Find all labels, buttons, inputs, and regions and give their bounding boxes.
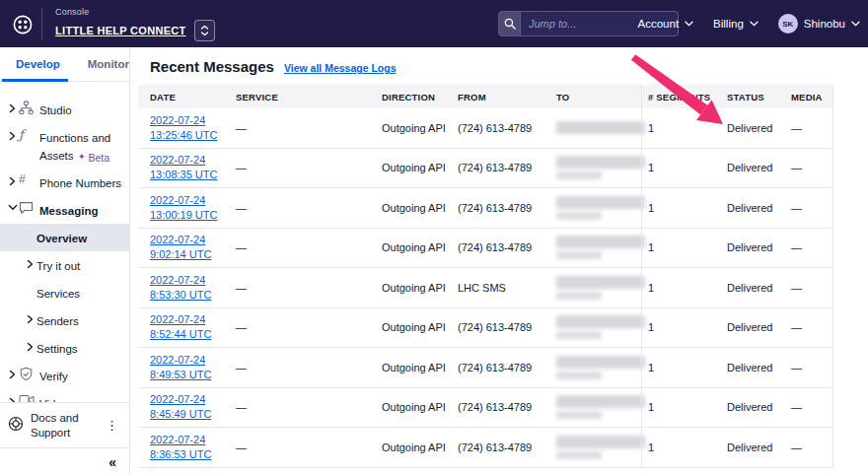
cell-service: — <box>234 282 380 294</box>
cell-status: Delivered <box>725 401 789 413</box>
message-time-link[interactable]: 8:45:49 UTC <box>150 407 234 422</box>
cell-segments: 1 <box>646 122 725 134</box>
message-date-link[interactable]: 2022-07-24 <box>150 193 234 208</box>
sidebar-item-verify[interactable]: Verify ✦ <box>0 362 129 389</box>
cell-media: — <box>789 122 833 134</box>
console-label: Console <box>55 7 215 17</box>
collapse-left-icon[interactable]: « <box>108 454 116 470</box>
redacted-phone-blur <box>556 436 646 459</box>
message-date-link[interactable]: 2022-07-24 <box>150 312 234 327</box>
cell-direction: Outgoing API <box>380 122 456 134</box>
table-header-row: DATE SERVICE DIRECTION FROM TO # SEGMENT… <box>138 85 832 108</box>
search-icon[interactable] <box>499 12 521 35</box>
table-row: 2022-07-24 9:02:14 UTC — Outgoing API (7… <box>138 229 832 269</box>
sidebar-item-messaging[interactable]: Messaging ✦ <box>0 196 129 224</box>
sidebar-item-video[interactable]: Video ✦ <box>0 389 129 402</box>
cell-service: — <box>234 401 380 413</box>
cell-service: — <box>234 241 380 253</box>
message-date-link[interactable]: 2022-07-24 <box>150 353 234 368</box>
sidebar-item-studio[interactable]: Studio ✦ <box>0 96 129 123</box>
column-header-from: FROM <box>456 92 554 102</box>
cell-media: — <box>789 441 833 453</box>
sidebar-item-label: Try it out <box>36 260 80 272</box>
user-name-label: Shinobu <box>804 18 845 30</box>
user-menu[interactable]: SK Shinobu <box>778 14 860 34</box>
help-ring-icon <box>8 416 24 436</box>
cell-service: — <box>234 321 380 333</box>
docs-and-support[interactable]: Docs and Support ⋮ <box>0 403 129 447</box>
message-time-link[interactable]: 8:53:30 UTC <box>150 288 234 303</box>
message-time-link[interactable]: 13:08:35 UTC <box>150 168 234 182</box>
cell-media: — <box>789 241 833 253</box>
message-time-link[interactable]: 8:49:53 UTC <box>150 368 234 382</box>
cell-status: Delivered <box>725 241 789 253</box>
verify-icon <box>19 367 39 381</box>
chevron-right-icon <box>24 259 36 269</box>
message-time-link[interactable]: 13:25:46 UTC <box>150 128 234 143</box>
console-page: Console LITTLE HELP CONNECT Account <box>0 0 868 475</box>
cell-segments: 1 <box>646 282 725 294</box>
message-date-link[interactable]: 2022-07-24 <box>150 273 234 288</box>
twilio-logo-icon[interactable] <box>8 12 37 37</box>
chevron-down-icon <box>851 21 860 27</box>
chevron-right-icon <box>24 314 36 324</box>
column-header-service: SERVICE <box>234 92 380 102</box>
sidebar-item-phone-numbers[interactable]: # Phone Numbers ✦ <box>0 169 129 196</box>
cell-from: (724) 613-4789 <box>456 241 554 253</box>
kebab-icon[interactable]: ⋮ <box>103 418 121 433</box>
table-row: 2022-07-24 8:36:53 UTC — Outgoing API (7… <box>138 428 832 468</box>
table-row: 2022-07-24 8:53:30 UTC — Outgoing API LH… <box>138 268 832 308</box>
cell-status: Delivered <box>725 321 789 333</box>
header-divider <box>41 8 42 39</box>
message-date-link[interactable]: 2022-07-24 <box>150 433 234 447</box>
message-time-link[interactable]: 8:36:53 UTC <box>150 447 234 462</box>
cell-to <box>554 156 646 179</box>
billing-menu[interactable]: Billing <box>713 18 759 30</box>
sidebar-item-try-it-out[interactable]: Try it out ✦ <box>0 251 129 279</box>
cell-from: (724) 613-4789 <box>456 321 554 333</box>
cell-from: (724) 613-4789 <box>456 441 554 453</box>
chevron-right-icon <box>6 131 19 141</box>
sidebar-item-label: Phone Numbers <box>39 177 121 189</box>
message-time-link[interactable]: 8:52:44 UTC <box>150 327 234 342</box>
tab-develop[interactable]: Develop <box>14 47 62 81</box>
sidebar-item-senders[interactable]: Senders ✦ <box>0 306 129 334</box>
column-header-date: DATE <box>138 92 234 102</box>
cell-service: — <box>234 162 380 173</box>
cell-status: Delivered <box>725 362 789 373</box>
account-menu[interactable]: Account <box>638 18 694 30</box>
account-switcher-button[interactable] <box>194 20 215 41</box>
sidebar-item-settings[interactable]: Settings ✦ <box>0 334 129 362</box>
cell-segments: 1 <box>646 162 725 173</box>
sidebar-item-functions-assets[interactable]: ƒ Functions and Assets ✦ Beta <box>0 123 129 169</box>
sidebar-item-overview[interactable]: Overview ✦ <box>0 224 129 251</box>
view-all-message-logs-link[interactable]: View all Message Logs <box>284 62 397 74</box>
message-date-link[interactable]: 2022-07-24 <box>150 113 234 128</box>
page-title: Recent Messages <box>150 58 274 75</box>
cell-to <box>554 236 646 259</box>
cell-to <box>554 121 646 134</box>
message-time-link[interactable]: 13:00:19 UTC <box>150 208 234 223</box>
sidebar-item-services[interactable]: Services ✦ <box>0 279 129 306</box>
cell-direction: Outgoing API <box>380 202 456 214</box>
billing-menu-label: Billing <box>713 18 744 30</box>
tab-monitor[interactable]: Monitor <box>86 47 131 81</box>
table-row: 2022-07-24 13:25:46 UTC — Outgoing API (… <box>138 108 832 149</box>
beta-badge: ✦ Beta <box>78 152 109 164</box>
cell-status: Delivered <box>725 282 789 294</box>
message-date-link[interactable]: 2022-07-24 <box>150 153 234 168</box>
sidebar: Develop Monitor Studio ✦ ƒ Functions and… <box>0 47 130 475</box>
message-date-link[interactable]: 2022-07-24 <box>150 392 234 407</box>
cell-date: 2022-07-24 8:52:44 UTC <box>138 312 234 342</box>
cell-direction: Outgoing API <box>380 321 456 333</box>
functions-icon: ƒ <box>19 128 39 141</box>
cell-status: Delivered <box>725 122 789 134</box>
column-header-direction: DIRECTION <box>380 92 456 102</box>
redacted-phone-blur <box>556 276 646 300</box>
message-date-link[interactable]: 2022-07-24 <box>150 233 234 247</box>
main-content: Recent Messages View all Message Logs DA… <box>131 47 868 475</box>
cell-media: — <box>789 202 833 214</box>
account-name-link[interactable]: LITTLE HELP CONNECT <box>55 25 186 36</box>
cell-direction: Outgoing API <box>380 362 456 373</box>
message-time-link[interactable]: 9:02:14 UTC <box>150 247 234 262</box>
